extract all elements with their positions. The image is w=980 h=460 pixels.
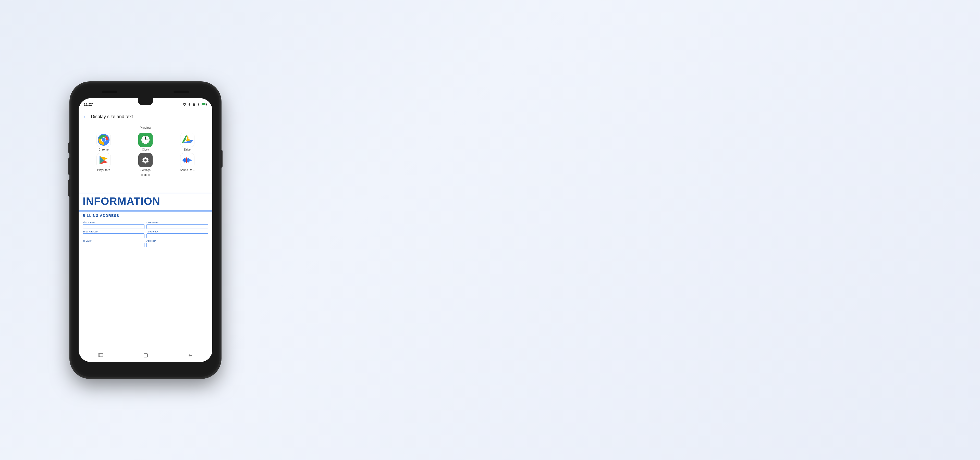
- svg-rect-2: [207, 103, 207, 105]
- svg-rect-38: [99, 354, 103, 357]
- telephone-label: Telephone*: [146, 230, 208, 233]
- recent-apps-icon: [99, 353, 103, 357]
- form-field-idcard: ID Card*: [83, 240, 145, 247]
- app-item-sound[interactable]: Sound Re...: [167, 153, 207, 171]
- form-row-name: First Name* Last Name*: [83, 221, 208, 229]
- drive-app-name: Drive: [184, 148, 191, 151]
- volume-down-button: [68, 157, 71, 175]
- app-item-chrome[interactable]: Chrome: [84, 133, 124, 151]
- drive-svg-icon: [180, 133, 194, 147]
- back-nav-button[interactable]: [187, 352, 193, 359]
- app-item-clock[interactable]: Clock: [126, 133, 165, 151]
- telephone-input[interactable]: [146, 233, 208, 238]
- address-label: Address*: [146, 240, 208, 242]
- top-grille-left: [102, 90, 118, 93]
- custom-button: [68, 179, 71, 197]
- svg-rect-39: [144, 354, 148, 357]
- idcard-input[interactable]: [83, 243, 145, 247]
- settings-status-icon: [183, 103, 186, 106]
- firstname-input[interactable]: [83, 224, 145, 229]
- sound-svg-icon: [182, 156, 192, 164]
- power-button: [220, 150, 223, 168]
- form-field-telephone: Telephone*: [146, 230, 208, 238]
- chrome-app-name: Chrome: [99, 148, 108, 151]
- form-field-address: Address*: [146, 240, 208, 247]
- lastname-input[interactable]: [146, 224, 208, 229]
- sound-app-name: Sound Re...: [180, 168, 195, 171]
- bluetooth-status-icon: [197, 103, 200, 106]
- sound-app-icon: [180, 153, 194, 167]
- screen-content: 11:27: [79, 98, 212, 362]
- drive-app-icon: [180, 133, 194, 147]
- status-icons: [183, 103, 207, 106]
- address-input[interactable]: [146, 243, 208, 247]
- app-item-playstore[interactable]: Play Store: [84, 153, 124, 171]
- clock-app-icon: [138, 133, 153, 147]
- app-grid: Chrome: [81, 133, 210, 171]
- page-dots: [81, 174, 210, 176]
- form-field-email: Email Address*: [83, 230, 145, 238]
- status-time: 11:27: [84, 102, 93, 106]
- billing-section: BILLING ADDRESS First Name* Last Name*: [79, 211, 212, 251]
- email-label: Email Address*: [83, 230, 145, 233]
- dot-3: [148, 174, 150, 176]
- phone-screen: 11:27: [79, 98, 212, 362]
- notification-status-icon: [188, 103, 191, 106]
- billing-title: BILLING ADDRESS: [83, 214, 208, 217]
- idcard-label: ID Card*: [83, 240, 145, 242]
- playstore-app-icon: [97, 153, 111, 167]
- navigation-bar: [79, 349, 212, 362]
- chrome-app-icon: [97, 133, 111, 147]
- recent-apps-button[interactable]: [97, 352, 105, 358]
- camera-notch: [138, 98, 153, 105]
- top-grille-right: [173, 90, 189, 93]
- dot-2: [145, 174, 146, 176]
- firstname-label: First Name*: [83, 221, 145, 224]
- storage-status-icon: [192, 103, 196, 106]
- chrome-svg-icon: [97, 133, 110, 147]
- svg-point-6: [102, 138, 105, 141]
- settings-app-icon: [138, 153, 153, 167]
- phone-device: 11:27: [72, 83, 220, 377]
- playstore-app-name: Play Store: [97, 168, 110, 171]
- clock-svg-icon: [138, 133, 153, 147]
- preview-label: Preview: [81, 126, 210, 130]
- playstore-svg-icon: [99, 155, 109, 165]
- settings-svg-icon: [142, 156, 150, 164]
- app-item-drive[interactable]: Drive: [167, 133, 207, 151]
- app-item-settings[interactable]: Settings: [126, 153, 165, 171]
- form-field-firstname: First Name*: [83, 221, 145, 229]
- page-title: Display size and text: [91, 114, 133, 119]
- email-input[interactable]: [83, 233, 145, 238]
- back-nav-icon: [188, 353, 192, 358]
- form-row-id: ID Card* Address*: [83, 240, 208, 247]
- info-heading: INFORMATION: [83, 195, 208, 207]
- svg-rect-1: [202, 103, 205, 105]
- lastname-label: Last Name*: [146, 221, 208, 224]
- form-field-lastname: Last Name*: [146, 221, 208, 229]
- top-bar: ← Display size and text: [79, 111, 212, 123]
- home-button[interactable]: [142, 352, 149, 359]
- info-section: INFORMATION: [79, 194, 212, 209]
- billing-divider: [83, 219, 208, 219]
- settings-app-name: Settings: [140, 168, 151, 171]
- volume-up-button: [68, 142, 71, 154]
- home-icon: [143, 353, 148, 358]
- form-row-contact: Email Address* Telephone*: [83, 230, 208, 238]
- dot-1: [141, 174, 143, 176]
- clock-app-name: Clock: [142, 148, 149, 151]
- back-button[interactable]: ←: [83, 114, 88, 120]
- preview-section: Preview: [79, 123, 212, 181]
- svg-point-16: [145, 139, 146, 140]
- battery-status-icon: [202, 103, 207, 106]
